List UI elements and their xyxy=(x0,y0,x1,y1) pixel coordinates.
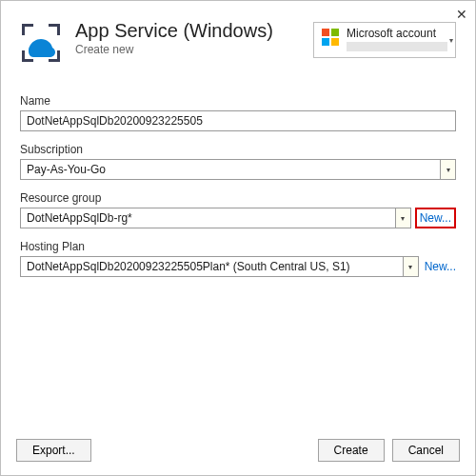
svg-rect-1 xyxy=(331,29,339,36)
field-name: Name xyxy=(20,94,456,131)
chevron-down-icon: ▾ xyxy=(449,36,453,45)
subscription-value: Pay-As-You-Go xyxy=(27,163,440,176)
app-service-dialog: ✕ App Service (Windows) Create new Micro… xyxy=(0,0,476,476)
form-area: Name Subscription Pay-As-You-Go ▾ Resour… xyxy=(1,73,475,427)
resource-group-label: Resource group xyxy=(20,191,456,205)
close-icon[interactable]: ✕ xyxy=(456,7,467,22)
dialog-subtitle: Create new xyxy=(75,43,313,56)
hosting-plan-label: Hosting Plan xyxy=(20,240,456,253)
field-resource-group: Resource group DotNetAppSqlDb-rg* ▾ New.… xyxy=(20,191,456,228)
hosting-plan-new-link[interactable]: New... xyxy=(425,256,456,277)
account-selector[interactable]: Microsoft account ▾ xyxy=(313,22,456,58)
hosting-plan-value: DotNetAppSqlDb20200923225505Plan* (South… xyxy=(27,260,403,273)
microsoft-logo-icon xyxy=(322,29,339,46)
app-service-icon xyxy=(20,22,62,64)
subscription-label: Subscription xyxy=(20,143,456,156)
export-button[interactable]: Export... xyxy=(16,439,91,462)
account-label: Microsoft account xyxy=(347,27,447,40)
subscription-select[interactable]: Pay-As-You-Go ▾ xyxy=(20,159,456,180)
name-label: Name xyxy=(20,94,456,108)
button-bar: Export... Create Cancel xyxy=(1,427,475,475)
resource-group-new-link[interactable]: New... xyxy=(415,208,456,228)
field-hosting-plan: Hosting Plan DotNetAppSqlDb2020092322550… xyxy=(20,240,456,277)
dialog-header: App Service (Windows) Create new Microso… xyxy=(1,1,475,73)
name-input[interactable] xyxy=(20,110,456,131)
svg-rect-3 xyxy=(331,38,339,46)
chevron-down-icon: ▾ xyxy=(403,257,418,276)
field-subscription: Subscription Pay-As-You-Go ▾ xyxy=(20,143,456,180)
account-text: Microsoft account xyxy=(347,27,447,51)
title-block: App Service (Windows) Create new xyxy=(75,22,313,56)
svg-rect-2 xyxy=(322,38,329,46)
chevron-down-icon: ▾ xyxy=(395,208,410,228)
dialog-title: App Service (Windows) xyxy=(75,20,313,42)
resource-group-select[interactable]: DotNetAppSqlDb-rg* ▾ xyxy=(20,208,411,228)
account-email-placeholder xyxy=(347,42,447,51)
resource-group-value: DotNetAppSqlDb-rg* xyxy=(27,211,395,225)
chevron-down-icon: ▾ xyxy=(440,160,455,179)
svg-rect-0 xyxy=(322,29,329,36)
create-button[interactable]: Create xyxy=(318,439,385,462)
cancel-button[interactable]: Cancel xyxy=(392,439,460,462)
hosting-plan-select[interactable]: DotNetAppSqlDb20200923225505Plan* (South… xyxy=(20,256,419,277)
